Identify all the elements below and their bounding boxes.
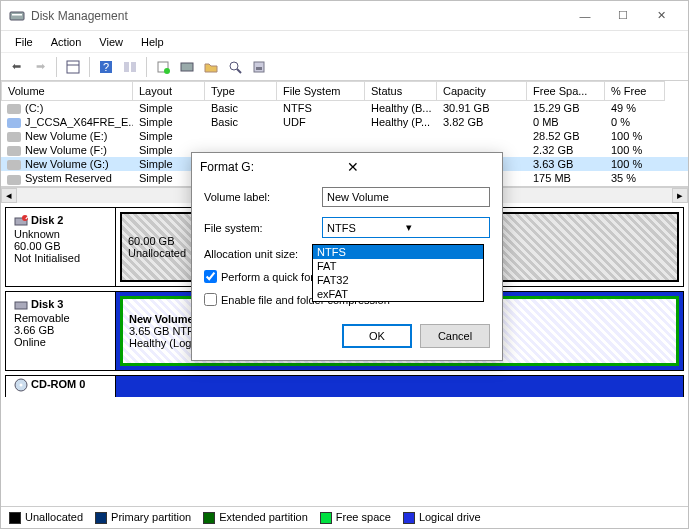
- col-layout[interactable]: Layout: [133, 81, 205, 101]
- list-row[interactable]: J_CCSA_X64FRE_E...SimpleBasicUDFHealthy …: [1, 115, 688, 129]
- disk-label: Disk 3 Removable 3.66 GB Online: [6, 292, 116, 370]
- disk-icon: [14, 298, 28, 312]
- col-status[interactable]: Status: [365, 81, 437, 101]
- help-icon[interactable]: ?: [95, 56, 117, 78]
- toolbar-icon[interactable]: [62, 56, 84, 78]
- folder-icon[interactable]: [200, 56, 222, 78]
- minimize-button[interactable]: ―: [566, 2, 604, 30]
- disk-row[interactable]: CD-ROM 0: [5, 375, 684, 397]
- cancel-button[interactable]: Cancel: [420, 324, 490, 348]
- col-pct[interactable]: % Free: [605, 81, 665, 101]
- volume-label-input[interactable]: [322, 187, 490, 207]
- toolbar-icon[interactable]: [152, 56, 174, 78]
- svg-rect-6: [124, 62, 129, 72]
- svg-text:?: ?: [103, 61, 109, 73]
- toolbar-icon[interactable]: [224, 56, 246, 78]
- svg-point-9: [164, 68, 170, 74]
- svg-rect-2: [67, 61, 79, 73]
- menu-help[interactable]: Help: [133, 34, 172, 50]
- file-system-label: File system:: [204, 222, 314, 234]
- list-row[interactable]: New Volume (E:)Simple28.52 GB100 %: [1, 129, 688, 143]
- col-fs[interactable]: File System: [277, 81, 365, 101]
- svg-text:✕: ✕: [24, 214, 29, 222]
- dropdown-option[interactable]: FAT32: [313, 273, 483, 287]
- file-system-dropdown: NTFS FAT FAT32 exFAT: [312, 244, 484, 302]
- app-icon: [9, 8, 25, 24]
- col-volume[interactable]: Volume: [1, 81, 133, 101]
- svg-rect-10: [181, 63, 193, 71]
- chevron-down-icon: ▾: [406, 221, 485, 234]
- col-capacity[interactable]: Capacity: [437, 81, 527, 101]
- dropdown-option[interactable]: FAT: [313, 259, 483, 273]
- svg-rect-7: [131, 62, 136, 72]
- dialog-title: Format G:: [200, 160, 347, 174]
- toolbar-icon[interactable]: [176, 56, 198, 78]
- allocation-unit-label: Allocation unit size:: [204, 248, 314, 260]
- scroll-right-icon[interactable]: ▸: [672, 188, 688, 203]
- dropdown-option[interactable]: NTFS: [313, 245, 483, 259]
- col-free[interactable]: Free Spa...: [527, 81, 605, 101]
- svg-rect-1: [12, 14, 22, 16]
- window-title: Disk Management: [31, 9, 566, 23]
- toolbar-icon[interactable]: [248, 56, 270, 78]
- volume-label-label: Volume label:: [204, 191, 314, 203]
- close-button[interactable]: ✕: [642, 2, 680, 30]
- svg-point-11: [230, 62, 238, 70]
- disk-error-icon: ✕: [14, 214, 28, 228]
- toolbar-icon[interactable]: [119, 56, 141, 78]
- dialog-close-icon[interactable]: ✕: [347, 159, 494, 175]
- disk-label: CD-ROM 0: [6, 376, 116, 397]
- menu-file[interactable]: File: [7, 34, 41, 50]
- svg-point-20: [20, 383, 23, 386]
- titlebar: Disk Management ― ☐ ✕: [1, 1, 688, 31]
- back-icon[interactable]: ⬅: [5, 56, 27, 78]
- svg-rect-14: [256, 67, 262, 70]
- menu-view[interactable]: View: [91, 34, 131, 50]
- disk-label: ✕ Disk 2 Unknown 60.00 GB Not Initialise…: [6, 208, 116, 286]
- svg-line-12: [237, 69, 241, 73]
- column-headers: Volume Layout Type File System Status Ca…: [1, 81, 688, 101]
- scroll-left-icon[interactable]: ◂: [1, 188, 17, 203]
- dropdown-option[interactable]: exFAT: [313, 287, 483, 301]
- file-system-select[interactable]: NTFS ▾: [322, 217, 490, 238]
- svg-rect-18: [15, 302, 27, 309]
- list-row[interactable]: (C:)SimpleBasicNTFSHealthy (B...30.91 GB…: [1, 101, 688, 115]
- maximize-button[interactable]: ☐: [604, 2, 642, 30]
- cdrom-icon: [14, 378, 28, 392]
- ok-button[interactable]: OK: [342, 324, 412, 348]
- menu-action[interactable]: Action: [43, 34, 90, 50]
- legend: Unallocated Primary partition Extended p…: [1, 506, 688, 528]
- toolbar: ⬅ ➡ ?: [1, 53, 688, 81]
- col-type[interactable]: Type: [205, 81, 277, 101]
- menubar: File Action View Help: [1, 31, 688, 53]
- svg-rect-0: [10, 12, 24, 20]
- forward-icon[interactable]: ➡: [29, 56, 51, 78]
